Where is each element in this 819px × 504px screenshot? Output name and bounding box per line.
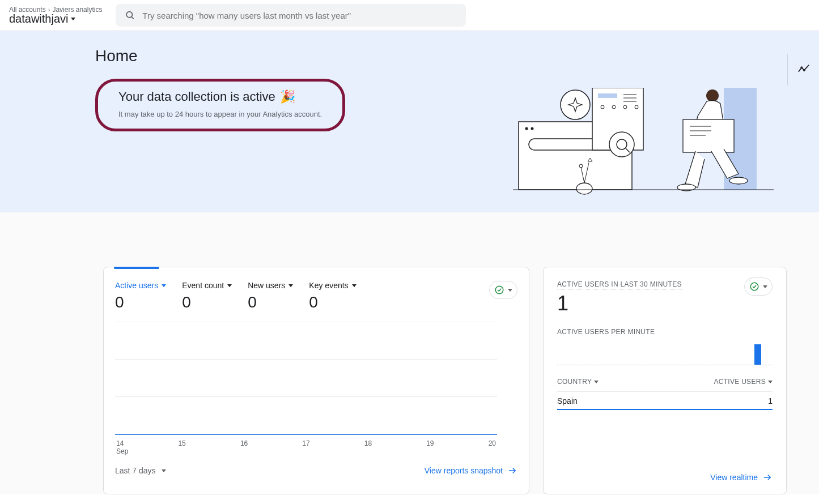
col-active-users[interactable]: ACTIVE USERS (714, 378, 773, 386)
chevron-down-icon (508, 289, 512, 292)
property-name: datawithjavi (9, 12, 69, 25)
metric-value: 0 (182, 293, 232, 311)
line-chart: 14 15 16 17 18 19 20 Sep (104, 322, 529, 455)
card-footer: Last 7 days View reports snapshot (104, 455, 529, 484)
overview-card: Active users 0 Event count 0 New users 0… (103, 267, 529, 494)
chevron-down-icon (352, 284, 357, 287)
chevron-down-icon (162, 469, 166, 472)
svg-point-0 (127, 12, 133, 18)
metric-value: 0 (248, 293, 293, 311)
realtime-card: ACTIVE USERS IN LAST 30 MINUTES 1 ACTIVE… (543, 267, 787, 494)
cell-count: 1 (768, 396, 773, 405)
link-label: View realtime (710, 473, 758, 482)
page-title: Home (95, 47, 345, 65)
search-icon (125, 10, 135, 21)
check-circle-icon (749, 281, 759, 292)
metric-label: Event count (182, 281, 224, 290)
table-row: Spain 1 (557, 391, 773, 410)
svg-point-6 (531, 127, 534, 130)
date-range-picker[interactable]: Last 7 days (115, 466, 166, 475)
metric-value: 0 (115, 293, 166, 311)
property-selector[interactable]: datawithjavi (9, 12, 102, 25)
hero-banner: Home Your data collection is active 🎉 It… (0, 31, 819, 212)
x-tick: 17 (302, 439, 309, 447)
data-quality-button[interactable] (744, 277, 773, 296)
chevron-down-icon (162, 284, 166, 287)
x-axis: 14 15 16 17 18 19 20 (115, 439, 497, 447)
search-box[interactable] (116, 4, 466, 27)
realtime-active-users: 1 (557, 292, 773, 315)
x-tick: 16 (240, 439, 248, 447)
metric-key-events[interactable]: Key events 0 (309, 281, 356, 311)
view-realtime-link[interactable]: View realtime (710, 472, 773, 482)
chevron-down-icon (763, 285, 767, 288)
svg-point-3 (803, 70, 804, 71)
view-reports-link[interactable]: View reports snapshot (425, 465, 517, 476)
metric-label: Active users (115, 281, 158, 290)
callout-heading: Your data collection is active (118, 89, 275, 104)
account-selector[interactable]: All accounts › Javiers analytics datawit… (9, 6, 102, 25)
per-minute-sparkline (557, 341, 773, 365)
svg-point-2 (801, 67, 802, 68)
chevron-down-icon (288, 284, 293, 287)
metric-label: Key events (309, 281, 348, 290)
metric-label: New users (248, 281, 285, 290)
x-tick: 15 (178, 439, 185, 447)
svg-point-36 (750, 283, 758, 291)
realtime-table-header: COUNTRY ACTIVE USERS (557, 378, 773, 386)
app-header: All accounts › Javiers analytics datawit… (0, 0, 819, 31)
realtime-header-label: ACTIVE USERS IN LAST 30 MINUTES (557, 280, 682, 289)
active-tab-indicator (114, 267, 159, 269)
insights-button[interactable] (787, 54, 819, 86)
metric-active-users[interactable]: Active users 0 (115, 281, 166, 311)
svg-point-18 (609, 132, 634, 157)
link-label: View reports snapshot (425, 466, 503, 475)
svg-point-17 (561, 90, 590, 119)
arrow-right-icon (762, 472, 773, 482)
realtime-sub-label: ACTIVE USERS PER MINUTE (557, 328, 773, 336)
chevron-down-icon (768, 381, 773, 383)
check-circle-icon (494, 285, 504, 295)
chevron-down-icon (594, 381, 599, 383)
metric-event-count[interactable]: Event count 0 (182, 281, 232, 311)
col-country[interactable]: COUNTRY (557, 378, 599, 386)
svg-rect-9 (598, 93, 617, 98)
svg-point-32 (729, 177, 748, 184)
chevron-down-icon (227, 284, 232, 287)
x-tick: 18 (364, 439, 372, 447)
date-range-label: Last 7 days (115, 466, 156, 475)
x-tick: 19 (426, 439, 434, 447)
x-tick: 20 (489, 439, 496, 447)
svg-point-5 (525, 127, 528, 130)
svg-point-26 (706, 89, 719, 102)
metric-new-users[interactable]: New users 0 (248, 281, 293, 311)
svg-point-34 (495, 286, 503, 294)
hero-illustration (513, 88, 774, 212)
party-popper-icon: 🎉 (280, 89, 295, 104)
callout-subtext: It may take up to 24 hours to appear in … (118, 110, 322, 118)
data-quality-button[interactable] (489, 281, 517, 299)
svg-rect-27 (683, 119, 734, 152)
svg-point-21 (576, 183, 592, 194)
spark-bar (754, 344, 761, 365)
search-input[interactable] (142, 11, 457, 20)
metrics-row: Active users 0 Event count 0 New users 0… (104, 267, 529, 318)
svg-line-1 (131, 17, 134, 19)
x-tick: 14 (116, 439, 124, 447)
data-collection-callout: Your data collection is active 🎉 It may … (95, 79, 345, 131)
metric-value: 0 (309, 293, 356, 311)
x-month-label: Sep (115, 447, 497, 455)
arrow-right-icon (507, 465, 517, 476)
cell-country: Spain (557, 396, 578, 405)
insights-icon (797, 63, 810, 76)
chevron-down-icon (71, 18, 75, 20)
content-area: Active users 0 Event count 0 New users 0… (0, 212, 819, 494)
